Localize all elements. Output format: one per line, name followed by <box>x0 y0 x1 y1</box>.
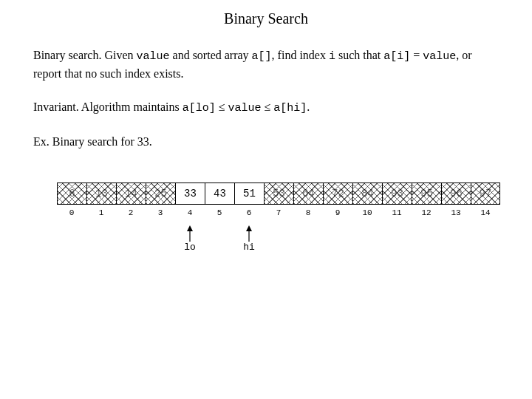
array-diagram: 61314253343515364728493959697 0123456789… <box>57 183 500 253</box>
p1-c4: a[i] <box>383 50 410 63</box>
p2-c3: a[hi] <box>273 102 307 115</box>
array-cell: 97 <box>471 183 500 205</box>
svg-marker-1 <box>187 225 193 231</box>
pointer-spacer <box>205 225 234 253</box>
array-cell: 6 <box>57 183 86 205</box>
svg-marker-3 <box>246 225 252 231</box>
pointer-spacer <box>293 225 323 253</box>
pointer-spacer <box>57 225 86 253</box>
array-index: 14 <box>471 205 500 221</box>
p2-le1: ≤ <box>216 100 228 113</box>
array-cell: 13 <box>86 183 116 205</box>
array-cell: 84 <box>352 183 382 205</box>
array-values-row: 61314253343515364728493959697 <box>57 183 500 205</box>
p1-c3: i <box>329 50 335 63</box>
pointer-spacer <box>116 225 146 253</box>
array-index: 0 <box>57 205 86 221</box>
array-index: 6 <box>234 205 264 221</box>
array-cell: 43 <box>205 183 234 205</box>
pointer-spacer <box>382 225 412 253</box>
p2-t2: . <box>307 100 310 113</box>
array-cell: 72 <box>323 183 352 205</box>
pointer-spacer <box>412 225 441 253</box>
pointer-spacer <box>146 225 175 253</box>
array-index: 1 <box>86 205 116 221</box>
array-cell: 51 <box>234 183 264 205</box>
pointer-spacer <box>352 225 382 253</box>
p2-c2: value <box>228 102 262 115</box>
hi-label: hi <box>243 242 255 253</box>
p3-lead: Ex. <box>33 135 50 148</box>
pointer-spacer <box>86 225 116 253</box>
array-index: 13 <box>441 205 471 221</box>
p2-c1: a[lo] <box>183 102 216 115</box>
pointer-row: lohi <box>57 225 500 253</box>
p1-c1: value <box>137 50 170 63</box>
array-index: 3 <box>146 205 175 221</box>
example-paragraph: Ex. Binary search for 33. <box>33 133 499 150</box>
p1-t3: , find index <box>272 49 329 61</box>
array-cell: 53 <box>264 183 293 205</box>
array-indices-row: 01234567891011121314 <box>57 205 500 221</box>
array-index: 8 <box>293 205 323 221</box>
pointer-spacer <box>323 225 352 253</box>
p1-t2: and sorted array <box>170 49 252 61</box>
array-index: 7 <box>264 205 293 221</box>
p1-c5: value <box>423 50 456 63</box>
array-index: 4 <box>175 205 205 221</box>
array-index: 9 <box>323 205 352 221</box>
slide: Binary Search Binary search. Given value… <box>0 0 532 253</box>
p2-le2: ≤ <box>262 100 274 113</box>
array-index: 5 <box>205 205 234 221</box>
array-cell: 95 <box>412 183 441 205</box>
array-index: 2 <box>116 205 146 221</box>
hi-pointer: hi <box>234 225 264 253</box>
lo-pointer: lo <box>175 225 205 253</box>
array-cell: 64 <box>293 183 323 205</box>
definition-paragraph: Binary search. Given value and sorted ar… <box>33 47 499 82</box>
p1-t5: = <box>410 49 423 61</box>
array-cell: 96 <box>441 183 471 205</box>
page-title: Binary Search <box>33 10 499 27</box>
array-cell: 25 <box>146 183 175 205</box>
array-index: 10 <box>352 205 382 221</box>
p2-lead: Invariant. <box>33 100 79 113</box>
p2-t1: Algorithm maintains <box>79 100 183 113</box>
p1-c2: a[] <box>252 50 272 63</box>
pointer-spacer <box>441 225 471 253</box>
pointer-spacer <box>264 225 293 253</box>
p1-lead: Binary search. <box>33 49 101 61</box>
pointer-spacer <box>471 225 500 253</box>
array-cell: 14 <box>116 183 146 205</box>
array-index: 12 <box>412 205 441 221</box>
p1-t1: Given <box>101 49 136 61</box>
array-cell: 33 <box>175 183 205 205</box>
array-index: 11 <box>382 205 412 221</box>
p3-t1: Binary search for 33. <box>50 135 152 148</box>
lo-label: lo <box>184 242 196 253</box>
invariant-paragraph: Invariant. Algorithm maintains a[lo] ≤ v… <box>33 98 499 117</box>
p1-t4: such that <box>335 49 383 61</box>
array-cell: 93 <box>382 183 412 205</box>
